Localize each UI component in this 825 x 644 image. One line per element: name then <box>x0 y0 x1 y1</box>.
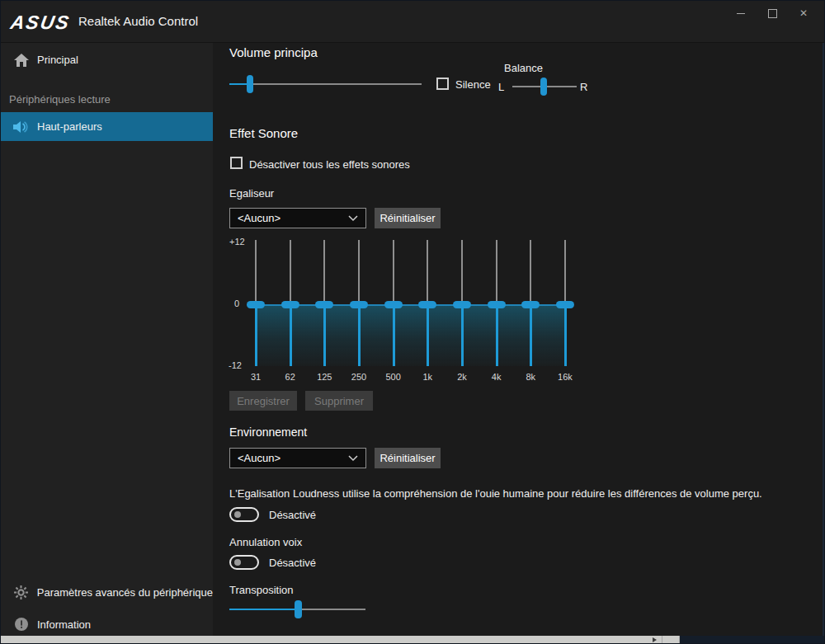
equalizer-reset-button[interactable]: Réinitialiser <box>375 208 441 228</box>
environment-preset-value: <Aucun> <box>238 452 280 464</box>
eq-band-250[interactable]: 250 <box>350 237 368 386</box>
eq-scale-top: +12 <box>229 237 245 247</box>
equalizer-label: Egaliseur <box>229 187 274 200</box>
eq-band-handle[interactable] <box>556 301 574 308</box>
disable-effects-label: Désactiver tous les effets sonores <box>249 158 410 171</box>
asus-logo: ASUS <box>9 12 73 34</box>
scrollbar-divider <box>679 636 680 644</box>
sidebar-item-haut-parleurs[interactable]: Haut-parleurs <box>1 112 213 141</box>
eq-band-freq-label: 500 <box>380 372 408 382</box>
equalizer-preset-value: <Aucun> <box>238 212 280 224</box>
sidebar: Principal Périphériques lecture Haut-par… <box>1 43 213 636</box>
environment-preset-dropdown[interactable]: <Aucun> <box>229 448 366 468</box>
transposition-slider-fill <box>229 609 298 610</box>
loudness-state-label: Désactivé <box>269 509 316 521</box>
window-edge <box>823 43 824 636</box>
eq-band-freq-label: 2k <box>448 372 476 382</box>
eq-band-freq-label: 1k <box>413 372 441 382</box>
home-icon <box>12 54 31 67</box>
maximize-button[interactable] <box>757 3 788 23</box>
save-preset-button[interactable]: Enregistrer <box>229 391 297 411</box>
sidebar-item-label: Information <box>37 618 91 631</box>
minimize-button[interactable] <box>725 3 757 23</box>
equalizer-preset-dropdown[interactable]: <Aucun> <box>229 208 366 228</box>
eq-band-freq-label: 4k <box>483 372 511 382</box>
eq-band-31[interactable]: 31 <box>247 237 265 386</box>
sidebar-item-information[interactable]: Information <box>1 612 213 637</box>
sidebar-section-label: Périphériques lecture <box>9 93 111 106</box>
maximize-icon <box>768 9 777 18</box>
transposition-slider-handle[interactable] <box>295 600 302 618</box>
eq-band-handle[interactable] <box>521 301 540 308</box>
scrollbar-divider <box>662 636 662 644</box>
delete-preset-button[interactable]: Supprimer <box>305 391 373 411</box>
eq-band-16k[interactable]: 16k <box>556 237 574 386</box>
balance-right-label: R <box>580 81 587 93</box>
title-bar: ASUS Realtek Audio Control ✕ <box>1 1 824 43</box>
transposition-label: Transposition <box>229 584 294 596</box>
app-window: ASUS Realtek Audio Control ✕ Principal P… <box>0 0 825 644</box>
environment-reset-button[interactable]: Réinitialiser <box>375 448 441 468</box>
eq-scale-bottom: -12 <box>229 360 242 370</box>
sidebar-item-label: Paramètres avancés du périphérique <box>37 586 213 599</box>
volume-title: Volume principa <box>229 45 318 59</box>
eq-band-handle[interactable] <box>488 301 506 308</box>
speaker-icon <box>12 120 31 134</box>
info-icon <box>12 618 31 631</box>
balance-left-label: L <box>498 81 504 93</box>
silence-checkbox[interactable] <box>436 78 449 90</box>
chevron-down-icon <box>348 212 358 224</box>
window-controls: ✕ <box>725 3 819 23</box>
voice-cancellation-toggle[interactable] <box>229 555 259 570</box>
eq-band-handle[interactable] <box>281 301 299 308</box>
balance-label: Balance <box>504 62 543 74</box>
voice-cancellation-label: Annulation voix <box>229 536 302 548</box>
minimize-icon <box>737 13 745 14</box>
sidebar-item-label: Principal <box>37 54 78 66</box>
eq-band-freq-label: 8k <box>516 372 544 382</box>
eq-band-handle[interactable] <box>418 301 436 308</box>
close-button[interactable]: ✕ <box>788 3 819 23</box>
eq-band-62[interactable]: 62 <box>281 237 299 386</box>
eq-band-1k[interactable]: 1k <box>418 237 436 386</box>
scrollbar-right-arrow-icon[interactable] <box>653 637 657 642</box>
eq-band-freq-label: 16k <box>551 372 579 382</box>
horizontal-scrollbar[interactable] <box>1 636 825 644</box>
eq-band-freq-label: 62 <box>276 372 304 382</box>
eq-band-2k[interactable]: 2k <box>453 237 471 386</box>
close-icon: ✕ <box>799 8 808 18</box>
balance-slider-handle[interactable] <box>540 78 547 96</box>
eq-band-handle[interactable] <box>315 301 333 308</box>
eq-band-freq-label: 31 <box>242 372 270 382</box>
gear-icon <box>12 585 31 599</box>
eq-band-125[interactable]: 125 <box>315 237 333 386</box>
sound-effect-title: Effet Sonore <box>229 126 298 140</box>
eq-band-4k[interactable]: 4k <box>488 237 506 386</box>
eq-band-handle[interactable] <box>384 301 403 308</box>
eq-band-500[interactable]: 500 <box>384 237 403 386</box>
eq-band-handle[interactable] <box>350 301 368 308</box>
volume-slider-handle[interactable] <box>247 75 253 93</box>
app-title: Realtek Audio Control <box>78 14 198 28</box>
toggle-knob <box>234 559 241 566</box>
eq-band-8k[interactable]: 8k <box>521 237 540 386</box>
eq-band-handle[interactable] <box>247 301 265 308</box>
eq-scale-mid: 0 <box>234 298 239 308</box>
sidebar-item-label: Haut-parleurs <box>37 120 102 133</box>
chevron-down-icon <box>348 452 358 464</box>
loudness-description: L'Egalisation Loudness utilise la compré… <box>229 487 762 500</box>
eq-band-freq-label: 125 <box>310 372 338 382</box>
eq-band-handle[interactable] <box>453 301 471 308</box>
sidebar-item-advanced-settings[interactable]: Paramètres avancés du périphérique <box>1 579 213 605</box>
main-content: Volume principa Silence Balance L R Effe… <box>213 43 825 636</box>
toggle-knob <box>234 511 241 518</box>
loudness-toggle[interactable] <box>229 507 259 522</box>
sidebar-item-principal[interactable]: Principal <box>1 46 213 73</box>
scrollbar-thumb[interactable] <box>1 636 680 644</box>
volume-slider-track[interactable] <box>229 83 422 85</box>
eq-band-freq-label: 250 <box>345 372 373 382</box>
voice-cancellation-state-label: Désactivé <box>269 557 316 569</box>
environment-label: Environnement <box>229 425 307 439</box>
disable-effects-checkbox[interactable] <box>230 157 243 169</box>
silence-label: Silence <box>455 78 491 91</box>
